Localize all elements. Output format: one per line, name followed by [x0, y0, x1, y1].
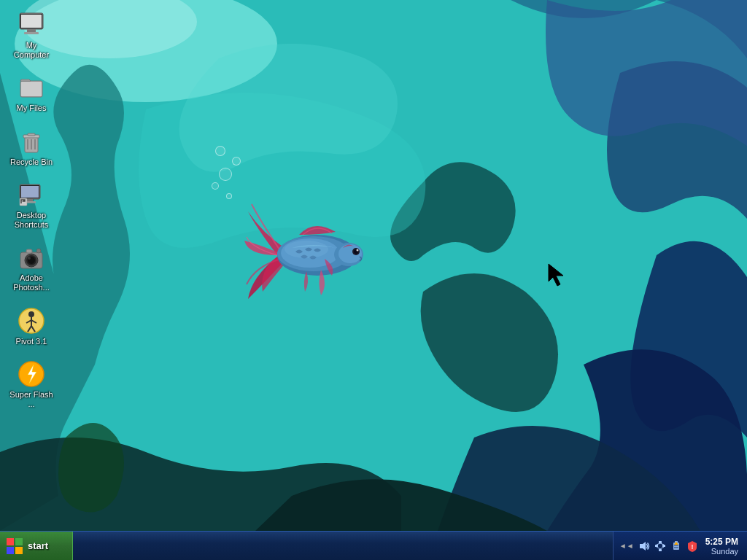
pivot-label: Pivot 3.1 [16, 337, 47, 346]
super-flash-label: Super Flash ... [9, 390, 54, 409]
start-label: start [28, 540, 48, 551]
clock-day: Sunday [711, 547, 738, 556]
network-tray-icon[interactable] [654, 540, 666, 552]
recycle-bin-label: Recycle Bin [10, 158, 53, 167]
svg-rect-14 [21, 15, 42, 28]
my-files-icon-img [17, 73, 46, 102]
bubble-3 [212, 182, 219, 190]
adobe-photoshop-label: Adobe Photosh... [9, 273, 54, 292]
system-tray: ◄◄ [613, 532, 747, 560]
fish [241, 197, 387, 314]
svg-rect-27 [21, 186, 39, 198]
tray-expand-button[interactable]: ◄◄ [619, 542, 634, 550]
recycle-bin-icon[interactable]: Recycle Bin [6, 124, 57, 170]
antivirus-tray-icon[interactable]: ! [686, 540, 698, 552]
desktop-shortcuts-icon[interactable]: Desktop Shortcuts [6, 177, 57, 233]
svg-rect-63 [674, 547, 678, 548]
my-computer-label: My Computer [9, 41, 54, 60]
clock-area[interactable]: 5:25 PM Sunday [703, 537, 741, 556]
windows-logo-icon [6, 537, 23, 555]
super-flash-icon-img [17, 359, 46, 389]
desktop: My Computer My Files [0, 0, 747, 560]
safely-remove-tray-icon[interactable] [670, 540, 682, 552]
bubble-5 [215, 146, 225, 156]
clock-time: 5:25 PM [705, 537, 738, 547]
svg-marker-51 [640, 542, 646, 551]
svg-rect-55 [659, 549, 662, 551]
adobe-photoshop-icon-img [17, 243, 46, 272]
svg-line-58 [657, 547, 660, 549]
svg-point-11 [357, 249, 359, 252]
svg-point-39 [28, 311, 34, 317]
svg-line-56 [657, 543, 660, 545]
svg-rect-21 [28, 133, 35, 136]
my-files-label: My Files [17, 104, 47, 113]
desktop-shortcuts-icon-img [17, 180, 46, 209]
start-button[interactable]: start [0, 532, 73, 561]
bubble-1 [219, 168, 232, 181]
svg-text:!: ! [691, 543, 693, 551]
adobe-photoshop-icon[interactable]: Adobe Photosh... [6, 240, 57, 295]
bubble-4 [226, 193, 232, 199]
svg-rect-16 [24, 32, 39, 34]
recycle-bin-icon-img [17, 127, 46, 156]
svg-rect-49 [7, 547, 14, 554]
svg-rect-18 [21, 82, 42, 96]
svg-rect-62 [674, 545, 678, 546]
volume-tray-icon[interactable] [638, 540, 650, 552]
icon-column: My Computer My Files [6, 7, 57, 412]
taskbar: start ◄◄ [0, 531, 747, 560]
my-files-icon[interactable]: My Files [6, 70, 57, 116]
my-computer-icon-img [17, 10, 46, 39]
pivot-icon[interactable]: Pivot 3.1 [6, 303, 57, 349]
pivot-icon-img [17, 306, 46, 335]
svg-rect-15 [27, 29, 36, 32]
bubble-2 [232, 157, 241, 166]
svg-rect-54 [662, 545, 665, 547]
svg-line-59 [660, 547, 664, 549]
svg-rect-53 [655, 545, 658, 547]
svg-rect-48 [15, 538, 23, 545]
svg-point-37 [36, 249, 41, 253]
my-computer-icon[interactable]: My Computer [6, 7, 57, 63]
taskbar-middle [73, 532, 613, 560]
super-flash-icon[interactable]: Super Flash ... [6, 357, 57, 412]
svg-rect-52 [659, 541, 662, 543]
svg-rect-47 [7, 538, 14, 545]
svg-line-57 [660, 543, 664, 545]
svg-rect-36 [26, 249, 32, 253]
svg-rect-50 [15, 547, 23, 554]
svg-point-35 [28, 257, 31, 260]
desktop-shortcuts-label: Desktop Shortcuts [9, 211, 54, 230]
